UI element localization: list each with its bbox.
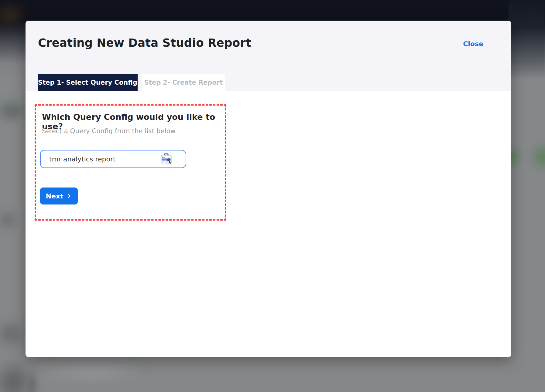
tab-label: Step 2- Create Report	[144, 79, 223, 86]
tab-label: Step 1- Select Query Config	[38, 79, 137, 86]
backdrop-logo-blob	[0, 1, 28, 29]
query-config-hint: Select a Query Config from the list belo…	[42, 127, 176, 135]
backdrop-dark-blob	[0, 209, 20, 231]
query-config-select[interactable]: tmr analytics report	[40, 150, 186, 168]
backdrop-dark-blob	[0, 319, 27, 349]
next-button-label: Next	[46, 192, 63, 200]
tab-step1-select-query-config[interactable]: Step 1- Select Query Config	[38, 74, 138, 91]
query-config-selected-value: tmr analytics report	[49, 155, 116, 163]
next-button[interactable]: Next	[40, 188, 78, 204]
close-button[interactable]: Close	[463, 40, 483, 48]
chevron-right-icon	[66, 193, 72, 199]
create-report-modal: Creating New Data Studio Report Close St…	[26, 21, 511, 357]
tab-step2-create-report[interactable]: Step 2- Create Report	[142, 74, 225, 91]
highlight-dashed-outline: Which Query Config would you like to use…	[35, 104, 226, 221]
backdrop-light-panel	[33, 360, 149, 385]
modal-title: Creating New Data Studio Report	[38, 36, 251, 49]
backdrop-left-band	[0, 99, 29, 123]
step-tabs: Step 1- Select Query Config Step 2- Crea…	[38, 74, 225, 91]
toolbox-wrench-icon	[160, 154, 172, 165]
backdrop-topright-shade	[509, 0, 545, 82]
backdrop-green-blob	[528, 141, 545, 173]
modal-header: Creating New Data Studio Report Close St…	[26, 21, 511, 91]
